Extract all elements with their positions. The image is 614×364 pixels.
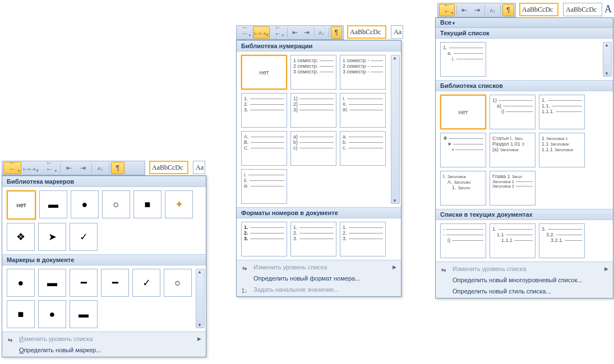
bullets-button[interactable]: [3, 162, 21, 174]
doc-bullet-dash2[interactable]: ▬: [70, 300, 98, 328]
doc-bullet-check[interactable]: ✓: [132, 269, 160, 297]
increase-indent-button[interactable]: [76, 162, 90, 174]
bullet-none[interactable]: нет: [7, 190, 36, 220]
menu-define-list-style[interactable]: Определить новый стиль списка...: [436, 286, 613, 297]
menu-set-start-value: 1↓ Задать начальное значение...: [237, 284, 401, 295]
ml-doc-b[interactable]: 1. 1.1 1.1.1: [490, 223, 535, 258]
ml-chapter[interactable]: Глава 1Загол Заголовок 2 Заголовок 3: [490, 171, 535, 206]
numbering-library-grid: нет 1 семестр: 2 семестр: 3 семестр: 1 с…: [237, 52, 401, 207]
decrease-indent-button[interactable]: [62, 162, 76, 174]
increase-indent-3[interactable]: [471, 4, 483, 16]
doc-bullet-disc2[interactable]: ●: [38, 300, 66, 328]
doc-bullet-square[interactable]: ■: [7, 300, 35, 328]
numbering-button-2[interactable]: [253, 26, 270, 39]
section-current-list: Текущий список: [436, 27, 613, 39]
big-a-label: A: [604, 3, 612, 15]
ml-doc-a[interactable]: - - i): [440, 223, 486, 258]
show-marks-2[interactable]: [331, 26, 342, 39]
num-doc-c[interactable]: 1. 2. 3.: [340, 222, 386, 256]
ml-paren[interactable]: 1) a) i): [490, 95, 535, 129]
bullet-disc[interactable]: ●: [71, 190, 99, 218]
bullet-dash[interactable]: ▬: [39, 190, 67, 218]
ml-article[interactable]: Статья I.Заго Раздел 1.01З (a)Заголовок: [490, 133, 535, 167]
num-lower-alpha-dot[interactable]: a. b. c.: [340, 131, 386, 166]
bullet-check[interactable]: ✓: [70, 223, 98, 251]
decrease-indent-2[interactable]: [289, 26, 301, 39]
ml-bullets[interactable]: ❖ ➤ ▪: [440, 133, 486, 167]
multilevel-menu: ⇆ Изменить уровень списка▶ Определить но…: [436, 262, 613, 298]
ribbon-para-2: [236, 25, 344, 40]
ml-doc-c[interactable]: 3. 3.2. 3.2.1.: [539, 223, 585, 258]
menu-define-multilevel[interactable]: Определить новый многоуровневый список..…: [436, 274, 613, 286]
section-list-library: Библиотека списков: [436, 80, 613, 91]
menu-change-list-level: ⇆ Изменить уровень списка ▶: [2, 333, 206, 344]
num-lower-alpha-paren[interactable]: a) b) c): [290, 131, 336, 166]
ribbon-para-1: [2, 161, 145, 175]
menu-change-level-2: ⇆ Изменить уровень списка▶: [237, 262, 401, 273]
ml-none[interactable]: нет: [440, 95, 486, 129]
numbering-menu: ⇆ Изменить уровень списка▶ Определить но…: [237, 260, 401, 296]
doc-bullet-line2[interactable]: ━: [101, 269, 129, 297]
section-bullet-library: Библиотека маркеров: [2, 176, 206, 187]
ml-current[interactable]: 1. a. i.: [440, 42, 486, 77]
list-library-grid: нет 1) a) i) 1. 1.1. 1.1.1. ❖ ➤ ▪ Статья…: [436, 91, 613, 209]
start-icon: 1↓: [240, 286, 249, 295]
multilevel-button[interactable]: [40, 162, 58, 174]
bullet-club[interactable]: ✦: [165, 190, 193, 218]
numbering-gallery-panel: Библиотека нумерации нет 1 семестр: 2 се…: [236, 40, 401, 297]
num-doc-a[interactable]: 1. 2. 3.: [241, 222, 287, 256]
show-marks-3[interactable]: [502, 4, 514, 16]
multilevel-button-3[interactable]: [439, 4, 455, 16]
doc-bullet-circle[interactable]: ○: [164, 269, 192, 297]
doc-bullet-dash[interactable]: ▬: [38, 269, 66, 297]
bullets-gallery-panel: Библиотека маркеров нет ▬ ● ○ ■ ✦ ❖ ➤ ✓ …: [2, 175, 206, 357]
scrollbar[interactable]: [196, 269, 205, 328]
multilevel-button-2[interactable]: [270, 26, 285, 39]
indent-icon: ⇆: [240, 264, 249, 273]
sort-button[interactable]: [94, 162, 107, 174]
num-semestr-colon[interactable]: 1 семестр: 2 семестр: 3 семестр:: [290, 55, 336, 90]
indent-icon: ⇆: [439, 265, 448, 274]
bullet-diamond4[interactable]: ❖: [7, 223, 35, 251]
num-upper-alpha[interactable]: A. B. C.: [241, 131, 287, 166]
style-item-2b[interactable]: Aa: [391, 25, 403, 39]
menu-define-number-format[interactable]: Определить новый формат номера...: [237, 273, 401, 284]
doc-bullet-disc[interactable]: ●: [7, 269, 35, 297]
num-dot[interactable]: 1. 2. 3.: [241, 93, 287, 128]
num-doc-b[interactable]: 1. 2. 3.: [290, 222, 336, 256]
style-item-2a[interactable]: AaBbCcDc: [347, 25, 386, 39]
num-semestr-dash[interactable]: 1 семестр - 2 семестр - 3 семестр -: [340, 55, 386, 90]
style-item-3a[interactable]: AaBbCcDc: [519, 3, 558, 16]
indent-icon: ⇆: [6, 335, 15, 344]
decrease-indent-3[interactable]: [459, 4, 470, 16]
num-none[interactable]: нет: [241, 55, 287, 90]
bullet-circle[interactable]: ○: [102, 190, 130, 218]
section-bullets-in-doc: Маркеры в документе: [2, 254, 206, 265]
multilevel-gallery-panel: Все Текущий список 1. a. i. Библиотека с…: [435, 17, 613, 298]
sort-button-2[interactable]: [316, 26, 327, 39]
scrollbar-3[interactable]: [603, 42, 612, 77]
ml-decimal[interactable]: 1. 1.1. 1.1.1.: [539, 95, 585, 129]
num-paren[interactable]: 1) 2) 3): [290, 93, 336, 128]
ml-heading-num[interactable]: 1Заголовок 1 1.1Заголовок 1.1.1Заголовок: [539, 133, 585, 167]
bullet-square[interactable]: ■: [133, 190, 161, 218]
sort-button-3[interactable]: [487, 4, 498, 16]
bullet-arrow[interactable]: ➤: [38, 223, 66, 251]
num-roman[interactable]: I. II. III.: [340, 93, 386, 128]
increase-indent-2[interactable]: [301, 26, 312, 39]
multilevel-all-dropdown[interactable]: Все: [436, 18, 613, 27]
show-marks-button[interactable]: [111, 162, 124, 174]
section-num-doc: Форматы номеров в документе: [237, 207, 401, 218]
menu-define-new-bullet[interactable]: Определить новый маркер...: [2, 344, 206, 356]
style-item-3b[interactable]: AaBbCcDc: [563, 3, 602, 16]
current-list-grid: 1. a. i.: [436, 39, 613, 80]
num-lower-roman[interactable]: i. ii. iii.: [241, 169, 287, 204]
numbering-button[interactable]: [22, 162, 40, 174]
doc-bullet-line[interactable]: ━: [70, 269, 98, 297]
ribbon-para-3: [437, 3, 516, 17]
scrollbar-2[interactable]: [391, 55, 400, 204]
style-item-1[interactable]: AaBbCcDc: [149, 161, 188, 174]
bullets-button-2[interactable]: [238, 26, 252, 39]
style-item-2[interactable]: Aa: [193, 161, 205, 174]
ml-roman-alpha[interactable]: I.Заголовок A.Заголово 1.Заголо: [440, 171, 486, 206]
